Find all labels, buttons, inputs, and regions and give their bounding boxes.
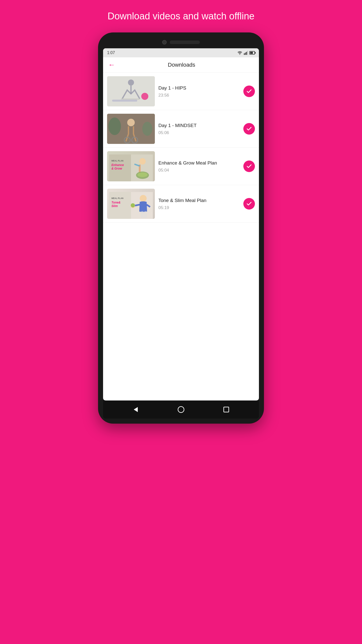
phone-speaker [170, 41, 200, 44]
item-duration: 05:04 [158, 168, 240, 173]
svg-text:Enhance: Enhance [111, 163, 124, 167]
svg-point-14 [108, 117, 121, 135]
nav-back-button[interactable] [131, 405, 140, 414]
hero-text: Download videos and watch offline [108, 10, 254, 22]
svg-rect-2 [246, 52, 247, 55]
back-button[interactable]: ← [108, 61, 115, 68]
svg-point-21 [139, 158, 146, 165]
item-title: Tone & Slim Meal Plan [158, 197, 240, 204]
signal-icon [244, 51, 248, 55]
item-title: Day 1 - MINDSET [158, 123, 240, 129]
svg-point-29 [140, 195, 147, 202]
svg-rect-34 [141, 211, 144, 218]
battery-icon [249, 51, 255, 55]
svg-rect-35 [144, 211, 147, 218]
svg-rect-9 [112, 100, 137, 102]
svg-rect-1 [245, 53, 246, 55]
item-duration: 05:19 [158, 205, 240, 210]
video-thumbnail-enhance: MEAL PLAN Enhance & Grow [107, 151, 155, 181]
list-item[interactable]: MEAL PLAN Tone& Slim [103, 185, 259, 223]
list-item[interactable]: MEAL PLAN Enhance & Grow Enhance & Grow … [103, 148, 259, 185]
item-title: Day 1 - HIPS [158, 85, 240, 91]
svg-point-5 [128, 79, 134, 86]
downloaded-badge [243, 198, 255, 210]
status-time: 1:07 [107, 51, 115, 55]
screen-content-area [103, 223, 259, 348]
nav-recent-button[interactable] [222, 405, 231, 414]
video-thumbnail-yoga [107, 76, 155, 106]
phone-top-hardware [103, 37, 259, 48]
svg-text:& Grow: & Grow [111, 167, 122, 170]
item-info: Day 1 - MINDSET 05:06 [158, 123, 240, 135]
downloads-list: Day 1 - HIPS 23:56 [103, 73, 259, 223]
svg-point-15 [142, 122, 152, 136]
app-header: ← Downloads [103, 57, 259, 73]
item-title: Enhance & Grow Meal Plan [158, 160, 240, 166]
wifi-icon [237, 51, 242, 55]
svg-point-8 [141, 93, 148, 100]
status-bar: 1:07 [103, 48, 259, 57]
svg-text:MEAL PLAN: MEAL PLAN [111, 197, 123, 199]
svg-text:MEAL PLAN: MEAL PLAN [111, 160, 123, 162]
downloaded-badge [243, 123, 255, 135]
video-thumbnail-mindset [107, 114, 155, 144]
svg-point-37 [178, 407, 184, 413]
phone-device: 1:07 ← Down [98, 32, 264, 424]
svg-rect-38 [224, 407, 229, 412]
svg-text:Slim: Slim [111, 204, 118, 208]
item-info: Tone & Slim Meal Plan 05:19 [158, 197, 240, 210]
svg-point-32 [131, 203, 135, 207]
phone-camera [162, 40, 167, 45]
list-item[interactable]: Day 1 - HIPS 23:56 [103, 73, 259, 110]
item-duration: 05:06 [158, 130, 240, 135]
status-icons [237, 51, 255, 55]
item-duration: 23:56 [158, 93, 240, 98]
svg-point-23 [138, 173, 148, 177]
svg-rect-0 [244, 53, 245, 55]
svg-marker-36 [134, 407, 138, 412]
item-info: Enhance & Grow Meal Plan 05:04 [158, 160, 240, 173]
video-thumbnail-tone: MEAL PLAN Tone& Slim [107, 189, 155, 219]
phone-nav-bar [103, 400, 259, 419]
list-item[interactable]: Day 1 - MINDSET 05:06 [103, 110, 259, 148]
item-info: Day 1 - HIPS 23:56 [158, 85, 240, 98]
downloaded-badge [243, 160, 255, 172]
nav-home-button[interactable] [176, 405, 186, 414]
svg-text:Tone&: Tone& [111, 201, 121, 204]
downloaded-badge [243, 86, 255, 97]
svg-point-11 [127, 119, 135, 126]
phone-screen: 1:07 ← Down [103, 48, 259, 400]
page-title: Downloads [119, 62, 244, 68]
svg-rect-3 [247, 51, 248, 55]
